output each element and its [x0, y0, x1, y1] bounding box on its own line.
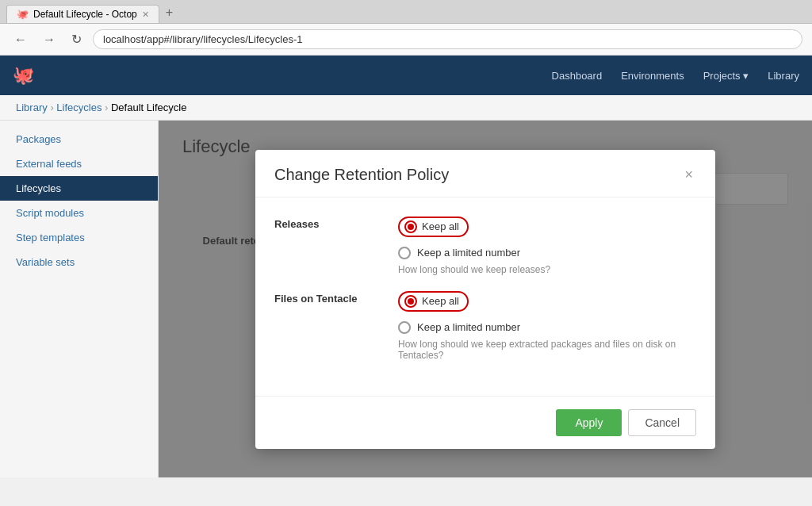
breadcrumb-current: Default Lifecycle — [111, 102, 186, 113]
tab-close-icon[interactable]: ✕ — [142, 10, 149, 20]
breadcrumb-lifecycles[interactable]: Lifecycles — [56, 102, 102, 113]
releases-keep-all-option[interactable]: Keep all — [398, 217, 696, 242]
sidebar: Packages External feeds Lifecycles Scrip… — [0, 121, 159, 477]
tentacle-hint: How long should we keep extracted packag… — [398, 339, 696, 361]
reload-button[interactable]: ↻ — [67, 29, 86, 50]
tentacle-keep-all-wrapper: Keep all — [398, 291, 469, 312]
modal-overlay: Change Retention Policy × Releases — [159, 121, 812, 477]
tentacle-keep-all-option[interactable]: Keep all — [398, 291, 696, 316]
modal-title: Change Retention Policy — [274, 166, 449, 184]
tentacle-label: Files on Tentacle — [274, 291, 385, 305]
modal-footer: Apply Cancel — [255, 396, 715, 449]
sidebar-item-variable-sets[interactable]: Variable sets — [0, 250, 158, 274]
tentacle-limited-label: Keep a limited number — [417, 321, 520, 333]
tentacle-limited-option[interactable]: Keep a limited number — [398, 321, 696, 334]
breadcrumb-sep2: › — [105, 102, 111, 113]
releases-limited-label: Keep a limited number — [417, 247, 520, 259]
breadcrumb: Library › Lifecycles › Default Lifecycle — [0, 95, 812, 121]
releases-keep-all-wrapper: Keep all — [398, 217, 469, 237]
nav-projects[interactable]: Projects — [703, 70, 749, 82]
sidebar-item-script-modules[interactable]: Script modules — [0, 201, 158, 225]
releases-controls: Keep all Keep a limited number How long … — [398, 217, 696, 275]
releases-keep-all-radio — [404, 220, 417, 233]
app-logo: 🐙 — [13, 65, 34, 86]
cancel-button[interactable]: Cancel — [628, 409, 696, 436]
releases-row: Releases Keep all — [274, 217, 696, 275]
tab-favicon: 🐙 — [17, 9, 29, 20]
nav-dashboard[interactable]: Dashboard — [552, 70, 603, 82]
sidebar-item-packages[interactable]: Packages — [0, 127, 158, 151]
sidebar-item-external-feeds[interactable]: External feeds — [0, 151, 158, 176]
modal-close-button[interactable]: × — [681, 167, 696, 183]
releases-hint: How long should we keep releases? — [398, 264, 696, 275]
releases-keep-all-label: Keep all — [422, 220, 459, 232]
nav-library[interactable]: Library — [768, 70, 799, 82]
tentacle-keep-all-radio — [404, 295, 417, 308]
breadcrumb-library[interactable]: Library — [16, 102, 48, 113]
releases-limited-option[interactable]: Keep a limited number — [398, 247, 696, 259]
nav-environments[interactable]: Environments — [621, 70, 684, 82]
back-button[interactable]: ← — [10, 29, 32, 50]
new-tab-button[interactable]: + — [159, 2, 179, 23]
forward-button[interactable]: → — [38, 29, 60, 50]
url-bar[interactable] — [93, 29, 802, 49]
tentacle-controls: Keep all Keep a limited number How long … — [398, 291, 696, 361]
tentacle-keep-all-label: Keep all — [422, 295, 459, 307]
modal-header: Change Retention Policy × — [255, 150, 715, 197]
browser-tab[interactable]: 🐙 Default Lifecycle - Octop ✕ — [6, 5, 159, 23]
releases-label: Releases — [274, 217, 385, 230]
tentacle-row: Files on Tentacle Keep all — [274, 291, 696, 361]
apply-button[interactable]: Apply — [556, 409, 622, 436]
releases-limited-radio — [398, 247, 411, 259]
tentacle-limited-radio — [398, 321, 411, 334]
sidebar-item-step-templates[interactable]: Step templates — [0, 225, 158, 250]
modal-body: Releases Keep all — [255, 197, 715, 396]
tab-title: Default Lifecycle - Octop — [33, 9, 137, 20]
sidebar-item-lifecycles[interactable]: Lifecycles — [0, 176, 158, 201]
top-navigation: 🐙 Dashboard Environments Projects Librar… — [0, 56, 812, 95]
retention-policy-modal: Change Retention Policy × Releases — [255, 150, 715, 449]
